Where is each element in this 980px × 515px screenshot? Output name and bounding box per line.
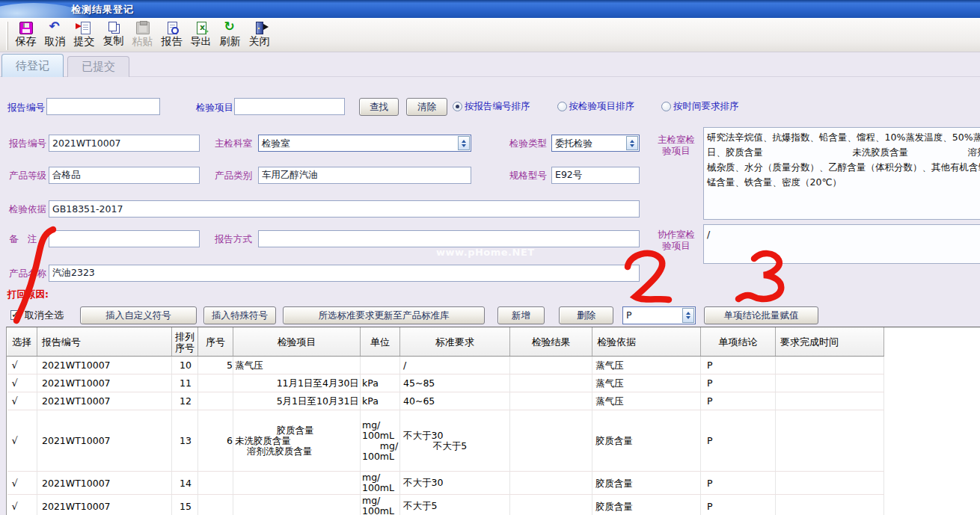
table-row[interactable]: √2021WT1000711 11月1日至4月30日kPa45~85蒸气压P [7, 374, 980, 392]
action-add-button[interactable]: 新增 [497, 306, 545, 324]
radio-icon[interactable] [557, 102, 567, 111]
toolbar-submit-button[interactable]: 提交 [70, 20, 99, 52]
find-button[interactable]: 查找 [359, 98, 399, 116]
cell-requirement[interactable]: 不大于30 不大于5 [400, 410, 510, 472]
cell-seq_no[interactable]: 6 [198, 410, 233, 472]
cell-conclusion[interactable]: P [701, 472, 776, 495]
cell-conclusion[interactable]: P [701, 374, 776, 392]
cell-select[interactable]: √ [7, 357, 37, 374]
sort-radio-3[interactable]: 按时间要求排序 [661, 100, 739, 113]
toolbar-report-button[interactable]: 报告 [157, 20, 186, 52]
product-name-input[interactable] [49, 265, 640, 282]
uncheck-all-checkbox[interactable] [10, 310, 20, 320]
cell-requirement[interactable]: 40~65 [400, 392, 510, 410]
remark-input[interactable] [49, 230, 200, 247]
test-basis-input[interactable] [49, 200, 640, 218]
cell-unit[interactable] [361, 357, 400, 374]
action-delete-button[interactable]: 删除 [559, 306, 613, 324]
cell-deadline[interactable] [776, 392, 884, 410]
cell-report_no[interactable]: 2021WT10007 [37, 374, 172, 392]
cell-requirement[interactable]: 45~85 [400, 374, 510, 392]
clear-button[interactable]: 清除 [406, 98, 447, 116]
sort-radio-1[interactable]: 按报告编号排序 [453, 100, 530, 113]
cell-select[interactable]: √ [7, 472, 37, 495]
cell-sort_no[interactable]: 12 [172, 392, 198, 410]
cell-seq_no[interactable] [198, 392, 233, 410]
cell-conclusion[interactable]: P [701, 357, 776, 374]
toolbar-refresh-button[interactable]: 刷新 [215, 20, 245, 52]
cell-item[interactable] [233, 472, 361, 495]
cell-result[interactable] [510, 374, 592, 392]
cell-sort_no[interactable]: 11 [172, 374, 198, 392]
sort-radio-2[interactable]: 按检验项目排序 [557, 100, 635, 113]
toolbar-export-button[interactable]: 导出 [186, 20, 215, 52]
cell-report_no[interactable]: 2021WT10007 [37, 392, 172, 410]
spec-model-input[interactable] [551, 167, 640, 184]
cell-item[interactable] [233, 495, 361, 515]
report-no-input[interactable] [49, 135, 200, 152]
spinner-icon[interactable] [626, 136, 638, 150]
action-insert-custom-button[interactable]: 插入自定义符号 [80, 306, 197, 324]
table-row[interactable]: √2021WT1000715mg/ 100mL不大于5胶质含量P [7, 495, 980, 515]
test-type-select[interactable]: 委托检验 [551, 135, 640, 152]
cell-sort_no[interactable]: 14 [172, 472, 198, 495]
cell-sort_no[interactable]: 15 [172, 495, 198, 515]
table-row[interactable]: √2021WT1000712 5月1日至10月31日kPa40~65蒸气压P [7, 392, 980, 410]
table-row[interactable]: √2021WT10007136 胶质含量 未洗胶质含量 溶剂洗胶质含量mg/ 1… [7, 410, 980, 472]
cell-report_no[interactable]: 2021WT10007 [37, 472, 172, 495]
toolbar-close-button[interactable]: 关闭 [245, 20, 274, 52]
cell-unit[interactable]: kPa [361, 392, 400, 410]
cell-requirement[interactable]: 不大于5 [400, 495, 510, 515]
cell-select[interactable]: √ [7, 410, 37, 472]
cell-item[interactable]: 胶质含量 未洗胶质含量 溶剂洗胶质含量 [233, 410, 361, 472]
report-method-input[interactable] [258, 230, 640, 247]
cell-item[interactable]: 5月1日至10月31日 [233, 392, 361, 410]
batch-assign-button[interactable]: 单项结论批量赋值 [704, 306, 818, 324]
toolbar-save-button[interactable]: 保存 [11, 20, 40, 52]
cell-unit[interactable]: mg/ 100mL [361, 472, 400, 495]
product-grade-input[interactable] [49, 167, 200, 184]
action-insert-special-button[interactable]: 插入特殊符号 [203, 306, 276, 324]
toolbar-copy-button[interactable]: 复制 [99, 20, 128, 52]
cell-seq_no[interactable]: 5 [198, 357, 233, 374]
cell-select[interactable]: √ [7, 374, 37, 392]
tab-submitted[interactable]: 已提交 [67, 56, 129, 77]
cell-conclusion[interactable]: P [701, 410, 776, 472]
cell-seq_no[interactable] [198, 472, 233, 495]
coop-items-textarea[interactable]: / [703, 224, 980, 264]
search-report-no-input[interactable] [46, 98, 160, 115]
cell-conclusion[interactable]: P [701, 392, 776, 410]
cell-seq_no[interactable] [198, 374, 233, 392]
cell-deadline[interactable] [776, 374, 884, 392]
cell-sort_no[interactable]: 10 [172, 357, 198, 374]
table-row[interactable]: √2021WT1000714mg/ 100mL不大于30胶质含量P [7, 472, 980, 495]
cell-deadline[interactable] [776, 410, 884, 472]
search-item-input[interactable] [234, 98, 345, 115]
product-category-input[interactable] [258, 167, 471, 184]
cell-result[interactable] [510, 410, 592, 472]
tab-pending[interactable]: 待登记 [1, 54, 64, 77]
cell-report_no[interactable]: 2021WT10007 [37, 357, 172, 374]
cell-unit[interactable]: mg/ 100mL [361, 495, 400, 515]
cell-requirement[interactable]: / [400, 357, 510, 374]
radio-icon[interactable] [661, 102, 671, 111]
cell-deadline[interactable] [776, 495, 884, 515]
cell-report_no[interactable]: 2021WT10007 [37, 495, 172, 515]
cell-report_no[interactable]: 2021WT10007 [37, 410, 172, 472]
toolbar-cancel-button[interactable]: 取消 [40, 20, 70, 52]
cell-basis[interactable]: 胶质含量 [592, 410, 701, 472]
conclusion-select[interactable]: P [622, 306, 696, 324]
cell-item[interactable]: 蒸气压 [233, 357, 361, 374]
cell-basis[interactable]: 蒸气压 [592, 374, 701, 392]
cell-seq_no[interactable] [198, 495, 233, 515]
cell-deadline[interactable] [776, 472, 884, 495]
cell-unit[interactable]: kPa [361, 374, 400, 392]
cell-unit[interactable]: mg/ 100mL mg/ 100mL [361, 410, 400, 472]
cell-select[interactable]: √ [7, 495, 37, 515]
cell-result[interactable] [510, 495, 592, 515]
cell-sort_no[interactable]: 13 [172, 410, 198, 472]
main-dept-select[interactable]: 检验室 [258, 135, 471, 152]
cell-deadline[interactable] [776, 357, 884, 374]
radio-icon[interactable] [453, 102, 462, 111]
cell-result[interactable] [510, 472, 592, 495]
